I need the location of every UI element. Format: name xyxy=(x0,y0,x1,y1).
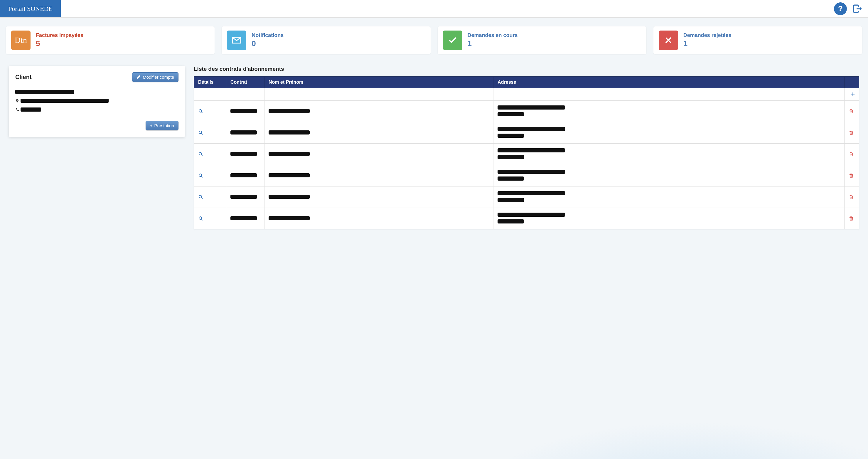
delete-icon[interactable] xyxy=(849,152,855,157)
help-icon[interactable]: ? xyxy=(834,2,847,15)
contracts-table: Détails Contrat Nom et Prénom Adresse + xyxy=(194,76,859,230)
stat-unpaid-value: 5 xyxy=(36,39,83,48)
table-row xyxy=(194,186,859,208)
prestation-label: Prestation xyxy=(154,123,174,128)
stats-row: Dtn Factures impayées 5 Notifications 0 … xyxy=(0,18,868,57)
add-row: + xyxy=(194,88,859,101)
col-contrat: Contrat xyxy=(226,76,265,88)
svg-point-1 xyxy=(199,131,202,133)
table-row xyxy=(194,144,859,165)
svg-point-4 xyxy=(199,195,202,198)
cell-address xyxy=(498,105,565,110)
delete-icon[interactable] xyxy=(849,194,855,200)
client-card: Client Modifier compte xyxy=(9,66,185,137)
modify-account-label: Modifier compte xyxy=(143,74,174,80)
stat-pending-value: 1 xyxy=(468,39,518,48)
svg-point-3 xyxy=(199,174,202,177)
stat-pending-label: Demandes en cours xyxy=(468,32,518,38)
stat-card-notifications[interactable]: Notifications 0 xyxy=(222,26,430,54)
cell-name xyxy=(269,109,310,113)
stat-rejected-label: Demandes rejetées xyxy=(683,32,732,38)
cell-address xyxy=(498,191,565,195)
stat-notif-label: Notifications xyxy=(252,32,284,38)
cell-name xyxy=(269,195,310,199)
table-row xyxy=(194,165,859,186)
topbar: Portail SONEDE ? xyxy=(0,0,868,18)
delete-icon[interactable] xyxy=(849,109,855,114)
svg-point-0 xyxy=(199,110,202,112)
stat-card-rejected[interactable]: Demandes rejetées 1 xyxy=(653,26,862,54)
stat-card-pending[interactable]: Demandes en cours 1 xyxy=(438,26,646,54)
details-icon[interactable] xyxy=(198,152,222,157)
cell-name xyxy=(269,152,310,156)
delete-icon[interactable] xyxy=(849,216,855,221)
cell-contrat xyxy=(230,109,257,113)
stat-unpaid-label: Factures impayées xyxy=(36,32,83,38)
details-icon[interactable] xyxy=(198,130,222,135)
cell-contrat xyxy=(230,195,257,199)
stat-notif-value: 0 xyxy=(252,39,284,48)
svg-point-5 xyxy=(199,217,202,219)
brand-title[interactable]: Portail SONEDE xyxy=(0,0,61,17)
details-icon[interactable] xyxy=(198,109,222,114)
table-row xyxy=(194,122,859,144)
cell-address xyxy=(498,170,565,174)
col-address: Adresse xyxy=(493,76,844,88)
table-row xyxy=(194,101,859,122)
svg-point-2 xyxy=(199,152,202,155)
col-details: Détails xyxy=(194,76,226,88)
client-info xyxy=(15,87,179,114)
cell-address xyxy=(498,213,565,217)
client-title: Client xyxy=(15,74,32,81)
add-contract-icon[interactable]: + xyxy=(851,90,855,98)
phone-icon xyxy=(15,108,19,112)
col-name: Nom et Prénom xyxy=(265,76,493,88)
table-row xyxy=(194,208,859,230)
close-icon xyxy=(659,31,678,50)
envelope-icon xyxy=(227,31,246,50)
check-icon xyxy=(443,31,462,50)
cell-name xyxy=(269,130,310,134)
cell-address xyxy=(498,148,565,152)
delete-icon[interactable] xyxy=(849,173,855,178)
contracts-title: Liste des contrats d'abonnements xyxy=(194,66,859,72)
stat-rejected-value: 1 xyxy=(683,39,732,48)
logout-icon[interactable] xyxy=(851,2,864,15)
modify-account-button[interactable]: Modifier compte xyxy=(132,72,179,82)
col-actions xyxy=(844,76,859,88)
cell-name xyxy=(269,216,310,220)
details-icon[interactable] xyxy=(198,173,222,178)
prestation-button[interactable]: + Prestation xyxy=(146,121,179,130)
delete-icon[interactable] xyxy=(849,130,855,135)
cell-contrat xyxy=(230,216,257,220)
cell-contrat xyxy=(230,173,257,177)
location-icon xyxy=(15,99,19,103)
cell-contrat xyxy=(230,130,257,134)
details-icon[interactable] xyxy=(198,194,222,200)
cell-address xyxy=(498,127,565,131)
stat-card-unpaid[interactable]: Dtn Factures impayées 5 xyxy=(6,26,215,54)
cell-contrat xyxy=(230,152,257,156)
currency-icon: Dtn xyxy=(11,31,31,50)
cell-name xyxy=(269,173,310,177)
details-icon[interactable] xyxy=(198,216,222,221)
